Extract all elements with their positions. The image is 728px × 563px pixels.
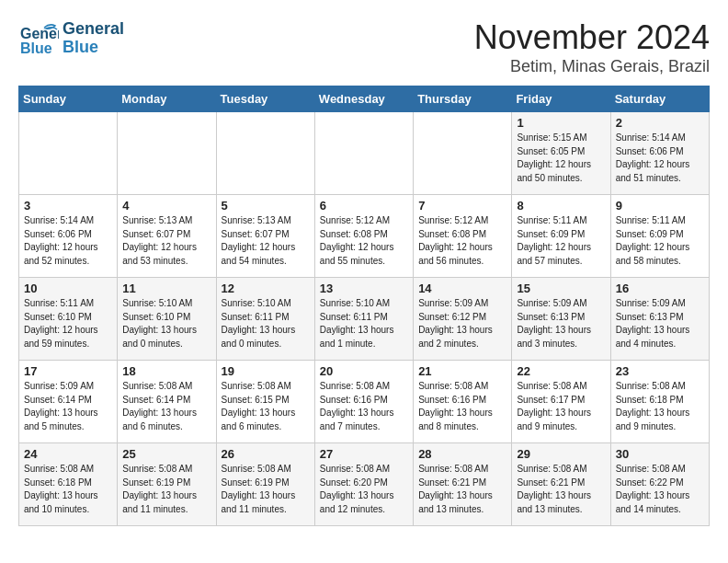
day-number: 5	[222, 199, 310, 213]
calendar-cell: 9Sunrise: 5:11 AM Sunset: 6:09 PM Daylig…	[610, 195, 709, 278]
day-info: Sunrise: 5:08 AM Sunset: 6:21 PM Dayligh…	[517, 463, 605, 516]
logo-icon: General Blue	[18, 18, 59, 59]
day-info: Sunrise: 5:11 AM Sunset: 6:10 PM Dayligh…	[24, 297, 112, 350]
calendar-cell	[414, 112, 512, 195]
logo-line1: General	[63, 20, 124, 39]
calendar-cell: 25Sunrise: 5:08 AM Sunset: 6:19 PM Dayli…	[118, 443, 216, 526]
weekday-header: Thursday	[414, 86, 512, 112]
day-info: Sunrise: 5:12 AM Sunset: 6:08 PM Dayligh…	[418, 214, 506, 268]
weekday-header: Sunday	[19, 86, 118, 112]
day-number: 27	[320, 447, 408, 461]
calendar-week-row: 24Sunrise: 5:08 AM Sunset: 6:18 PM Dayli…	[19, 443, 710, 526]
day-number: 16	[616, 282, 704, 295]
calendar-cell	[118, 112, 216, 195]
day-number: 9	[616, 199, 704, 213]
day-info: Sunrise: 5:11 AM Sunset: 6:09 PM Dayligh…	[616, 214, 704, 268]
day-info: Sunrise: 5:10 AM Sunset: 6:10 PM Dayligh…	[122, 297, 210, 350]
day-number: 11	[122, 282, 210, 295]
day-info: Sunrise: 5:14 AM Sunset: 6:06 PM Dayligh…	[24, 214, 112, 268]
calendar-cell: 4Sunrise: 5:13 AM Sunset: 6:07 PM Daylig…	[118, 195, 216, 278]
calendar-cell: 19Sunrise: 5:08 AM Sunset: 6:15 PM Dayli…	[216, 361, 314, 443]
calendar-week-row: 17Sunrise: 5:09 AM Sunset: 6:14 PM Dayli…	[19, 361, 710, 443]
day-number: 6	[320, 199, 408, 213]
day-number: 29	[517, 447, 605, 461]
day-info: Sunrise: 5:08 AM Sunset: 6:20 PM Dayligh…	[320, 463, 408, 516]
title-area: November 2024 Betim, Minas Gerais, Brazi…	[474, 18, 710, 76]
day-number: 20	[320, 364, 408, 378]
calendar-cell: 6Sunrise: 5:12 AM Sunset: 6:08 PM Daylig…	[314, 195, 413, 278]
day-info: Sunrise: 5:14 AM Sunset: 6:06 PM Dayligh…	[616, 132, 704, 185]
calendar-header: SundayMondayTuesdayWednesdayThursdayFrid…	[19, 86, 710, 112]
day-number: 2	[616, 116, 704, 130]
calendar-cell: 14Sunrise: 5:09 AM Sunset: 6:12 PM Dayli…	[414, 278, 512, 361]
day-info: Sunrise: 5:08 AM Sunset: 6:17 PM Dayligh…	[517, 380, 605, 433]
calendar-cell: 30Sunrise: 5:08 AM Sunset: 6:22 PM Dayli…	[610, 443, 709, 526]
calendar-cell: 15Sunrise: 5:09 AM Sunset: 6:13 PM Dayli…	[512, 278, 610, 361]
calendar-week-row: 10Sunrise: 5:11 AM Sunset: 6:10 PM Dayli…	[19, 278, 710, 361]
day-info: Sunrise: 5:09 AM Sunset: 6:14 PM Dayligh…	[24, 380, 112, 433]
calendar-cell: 29Sunrise: 5:08 AM Sunset: 6:21 PM Dayli…	[512, 443, 610, 526]
calendar-cell: 20Sunrise: 5:08 AM Sunset: 6:16 PM Dayli…	[314, 361, 413, 443]
calendar-cell: 21Sunrise: 5:08 AM Sunset: 6:16 PM Dayli…	[414, 361, 512, 443]
day-number: 15	[517, 282, 605, 295]
day-info: Sunrise: 5:13 AM Sunset: 6:07 PM Dayligh…	[222, 214, 310, 268]
day-info: Sunrise: 5:08 AM Sunset: 6:22 PM Dayligh…	[616, 463, 704, 516]
day-number: 22	[517, 364, 605, 378]
calendar-cell: 24Sunrise: 5:08 AM Sunset: 6:18 PM Dayli…	[19, 443, 118, 526]
day-info: Sunrise: 5:09 AM Sunset: 6:13 PM Dayligh…	[616, 297, 704, 350]
calendar-cell: 10Sunrise: 5:11 AM Sunset: 6:10 PM Dayli…	[19, 278, 118, 361]
calendar-cell	[314, 112, 413, 195]
calendar-cell: 3Sunrise: 5:14 AM Sunset: 6:06 PM Daylig…	[19, 195, 118, 278]
calendar-cell: 2Sunrise: 5:14 AM Sunset: 6:06 PM Daylig…	[610, 112, 709, 195]
day-number: 30	[616, 447, 704, 461]
day-info: Sunrise: 5:10 AM Sunset: 6:11 PM Dayligh…	[222, 297, 310, 350]
calendar-cell: 5Sunrise: 5:13 AM Sunset: 6:07 PM Daylig…	[216, 195, 314, 278]
day-info: Sunrise: 5:13 AM Sunset: 6:07 PM Dayligh…	[122, 214, 210, 268]
calendar-cell: 27Sunrise: 5:08 AM Sunset: 6:20 PM Dayli…	[314, 443, 413, 526]
calendar-cell: 12Sunrise: 5:10 AM Sunset: 6:11 PM Dayli…	[216, 278, 314, 361]
day-number: 24	[24, 447, 112, 461]
calendar-cell: 23Sunrise: 5:08 AM Sunset: 6:18 PM Dayli…	[610, 361, 709, 443]
weekday-header: Wednesday	[314, 86, 413, 112]
location-title: Betim, Minas Gerais, Brazil	[474, 57, 710, 76]
day-info: Sunrise: 5:10 AM Sunset: 6:11 PM Dayligh…	[320, 297, 408, 350]
calendar-cell: 28Sunrise: 5:08 AM Sunset: 6:21 PM Dayli…	[414, 443, 512, 526]
day-info: Sunrise: 5:08 AM Sunset: 6:16 PM Dayligh…	[418, 380, 506, 433]
day-number: 23	[616, 364, 704, 378]
day-info: Sunrise: 5:08 AM Sunset: 6:21 PM Dayligh…	[418, 463, 506, 516]
day-info: Sunrise: 5:08 AM Sunset: 6:14 PM Dayligh…	[122, 380, 210, 433]
day-number: 25	[122, 447, 210, 461]
calendar-cell: 7Sunrise: 5:12 AM Sunset: 6:08 PM Daylig…	[414, 195, 512, 278]
calendar-cell: 17Sunrise: 5:09 AM Sunset: 6:14 PM Dayli…	[19, 361, 118, 443]
svg-text:Blue: Blue	[20, 40, 52, 56]
day-info: Sunrise: 5:09 AM Sunset: 6:13 PM Dayligh…	[517, 297, 605, 350]
day-number: 13	[320, 282, 408, 295]
day-info: Sunrise: 5:12 AM Sunset: 6:08 PM Dayligh…	[320, 214, 408, 268]
day-number: 8	[517, 199, 605, 213]
day-number: 3	[24, 199, 112, 213]
day-number: 4	[122, 199, 210, 213]
calendar-cell	[19, 112, 118, 195]
day-number: 10	[24, 282, 112, 295]
calendar-week-row: 3Sunrise: 5:14 AM Sunset: 6:06 PM Daylig…	[19, 195, 710, 278]
day-number: 26	[222, 447, 310, 461]
day-number: 14	[418, 282, 506, 295]
calendar-cell: 16Sunrise: 5:09 AM Sunset: 6:13 PM Dayli…	[610, 278, 709, 361]
day-info: Sunrise: 5:09 AM Sunset: 6:12 PM Dayligh…	[418, 297, 506, 350]
calendar-week-row: 1Sunrise: 5:15 AM Sunset: 6:05 PM Daylig…	[19, 112, 710, 195]
calendar-cell: 8Sunrise: 5:11 AM Sunset: 6:09 PM Daylig…	[512, 195, 610, 278]
day-number: 1	[517, 116, 605, 130]
day-number: 7	[418, 199, 506, 213]
calendar-cell: 26Sunrise: 5:08 AM Sunset: 6:19 PM Dayli…	[216, 443, 314, 526]
day-number: 18	[122, 364, 210, 378]
calendar-cell: 13Sunrise: 5:10 AM Sunset: 6:11 PM Dayli…	[314, 278, 413, 361]
day-info: Sunrise: 5:15 AM Sunset: 6:05 PM Dayligh…	[517, 132, 605, 185]
day-info: Sunrise: 5:08 AM Sunset: 6:18 PM Dayligh…	[616, 380, 704, 433]
day-number: 17	[24, 364, 112, 378]
calendar-cell: 11Sunrise: 5:10 AM Sunset: 6:10 PM Dayli…	[118, 278, 216, 361]
weekday-header: Friday	[512, 86, 610, 112]
day-info: Sunrise: 5:08 AM Sunset: 6:15 PM Dayligh…	[222, 380, 310, 433]
page-header: General Blue General Blue November 2024 …	[18, 18, 710, 76]
calendar-cell	[216, 112, 314, 195]
day-info: Sunrise: 5:08 AM Sunset: 6:19 PM Dayligh…	[122, 463, 210, 516]
